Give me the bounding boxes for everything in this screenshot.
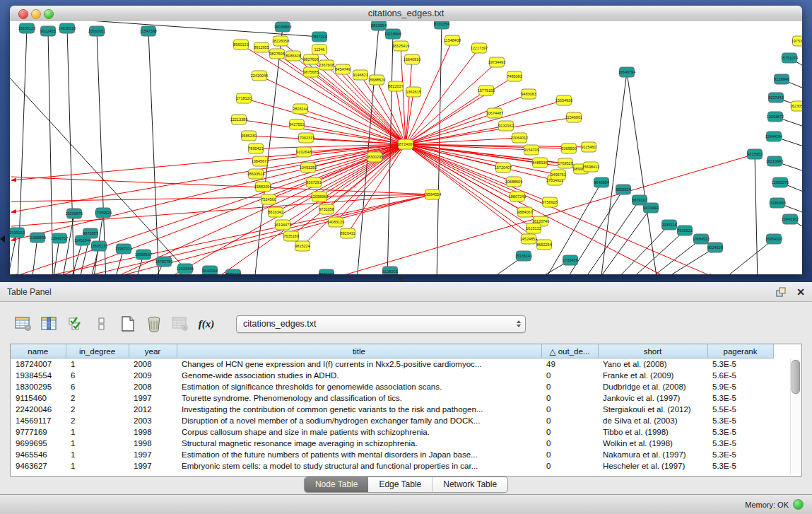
- graph-node[interactable]: 1615132: [526, 223, 541, 233]
- graph-node[interactable]: 1769520: [558, 158, 572, 168]
- graph-node[interactable]: 9815224: [295, 241, 310, 251]
- graph-node[interactable]: 16782759: [155, 257, 172, 267]
- graph-node[interactable]: 8485936: [532, 158, 547, 168]
- graph-edge[interactable]: [62, 214, 74, 274]
- graph-edge[interactable]: [259, 76, 406, 144]
- graph-node[interactable]: 19218906: [384, 29, 401, 39]
- graph-node[interactable]: 16640910: [404, 54, 420, 64]
- graph-node[interactable]: 12217397: [471, 43, 488, 53]
- graph-node[interactable]: 9102648: [296, 147, 311, 157]
- graph-edge[interactable]: [647, 239, 701, 274]
- table-row[interactable]: 946362711997Embryonic stem cells: a mode…: [11, 460, 773, 472]
- table-settings-icon[interactable]: [14, 315, 33, 333]
- column-header-year[interactable]: year: [129, 344, 177, 358]
- graph-node[interactable]: 9495751: [551, 170, 565, 180]
- graph-node[interactable]: 8580231: [319, 269, 334, 274]
- graph-node[interactable]: 15054930: [555, 95, 572, 105]
- table-selector-dropdown[interactable]: citations_edges.txt: [236, 315, 526, 333]
- select-all-rows-icon[interactable]: [66, 315, 85, 333]
- column-header-title[interactable]: title: [177, 344, 541, 358]
- graph-edge[interactable]: [755, 154, 758, 274]
- graph-node[interactable]: 10943162: [782, 214, 799, 224]
- graph-node[interactable]: 10493250: [300, 163, 317, 173]
- graph-node[interactable]: 9483083: [521, 89, 536, 99]
- graph-node[interactable]: 15136141: [515, 251, 532, 261]
- graph-node[interactable]: 8813054: [371, 21, 386, 30]
- graph-node[interactable]: 12923446: [177, 264, 194, 274]
- graph-edge[interactable]: [148, 31, 159, 274]
- graph-node[interactable]: 7895421: [248, 144, 263, 153]
- zoom-window-button[interactable]: [44, 9, 54, 19]
- graph-node[interactable]: 15751074: [781, 53, 798, 63]
- show-columns-icon[interactable]: [40, 315, 59, 333]
- graph-node[interactable]: 9146821: [353, 70, 367, 80]
- graph-node[interactable]: 9975887: [83, 228, 98, 238]
- graph-node[interactable]: 10688609: [505, 177, 522, 187]
- graph-edge[interactable]: [721, 239, 774, 274]
- graph-node[interactable]: 9827508: [269, 49, 284, 59]
- graph-node[interactable]: 15688520: [368, 75, 385, 85]
- graph-node[interactable]: 10958167: [135, 250, 152, 259]
- tab-network-table[interactable]: Network Table: [432, 477, 507, 492]
- graph-node[interactable]: 20206576: [66, 209, 83, 218]
- graph-node[interactable]: 10674487: [486, 108, 503, 118]
- column-header-name[interactable]: name: [11, 344, 66, 358]
- close-window-button[interactable]: [18, 9, 28, 19]
- table-row[interactable]: 1830029562008Estimation of significance …: [11, 381, 773, 392]
- graph-node[interactable]: 2367608: [319, 60, 334, 70]
- graph-node[interactable]: 9129946: [774, 74, 789, 84]
- graph-node[interactable]: 8024509: [707, 243, 722, 252]
- graph-node[interactable]: 9369500: [561, 144, 576, 153]
- graph-edge[interactable]: [11, 177, 433, 194]
- graph-node[interactable]: 9756928: [542, 197, 557, 207]
- graph-node[interactable]: 15720407: [495, 163, 512, 173]
- graph-node[interactable]: 12058363: [311, 192, 328, 201]
- graph-node[interactable]: 8454749: [335, 64, 350, 74]
- graph-node[interactable]: 12444194: [765, 132, 782, 141]
- graph-node[interactable]: 8186328: [286, 51, 300, 61]
- graph-node[interactable]: 9215953: [747, 149, 762, 159]
- graph-node[interactable]: 11547388: [140, 26, 157, 36]
- graph-node[interactable]: 16210643: [766, 156, 783, 166]
- close-panel-icon[interactable]: ✕: [796, 287, 805, 297]
- graph-node[interactable]: 16605123: [18, 23, 35, 33]
- graph-node[interactable]: 9586230: [241, 131, 256, 141]
- graph-node[interactable]: 9339159: [10, 228, 25, 238]
- table-row[interactable]: 911546021997Tourette syndrome. Phenomeno…: [11, 392, 773, 404]
- graph-node[interactable]: 9731058: [319, 204, 334, 214]
- graph-node[interactable]: 9640954: [594, 177, 608, 187]
- graph-node[interactable]: 11548408: [444, 35, 461, 45]
- graph-edge[interactable]: [67, 28, 74, 274]
- graph-node[interactable]: 12652075: [772, 177, 789, 187]
- graph-edge[interactable]: [406, 113, 495, 144]
- graph-node[interactable]: 8367291: [306, 177, 321, 187]
- table-row[interactable]: 969969511998Structural magnetic resonanc…: [11, 438, 773, 449]
- graph-node[interactable]: 19584554: [424, 189, 441, 199]
- graph-node[interactable]: 18807243: [509, 192, 526, 201]
- graph-node[interactable]: 8960123: [233, 40, 248, 49]
- float-window-icon[interactable]: [775, 286, 787, 298]
- graph-node[interactable]: 9132162: [498, 121, 513, 131]
- graph-node[interactable]: 9012455: [40, 26, 55, 36]
- graph-edge[interactable]: [615, 225, 669, 274]
- graph-node[interactable]: 15775155: [478, 86, 495, 95]
- graph-node[interactable]: 18300295: [366, 152, 383, 162]
- graph-edge[interactable]: [406, 100, 564, 144]
- graph-node[interactable]: 13942757: [51, 233, 68, 243]
- graph-node[interactable]: 16648794: [618, 67, 635, 77]
- graph-node[interactable]: 8816342: [268, 207, 283, 217]
- graph-node[interactable]: 9115460: [581, 142, 596, 152]
- graph-node[interactable]: 8822037: [388, 81, 403, 91]
- graph-node[interactable]: 18325419: [392, 41, 409, 51]
- graph-node[interactable]: 8958924: [616, 185, 630, 194]
- graph-node[interactable]: 17062315: [298, 133, 314, 143]
- graph-node[interactable]: 22420046: [251, 71, 268, 81]
- graph-edge[interactable]: [10, 233, 17, 274]
- graph-node[interactable]: 8138205: [382, 267, 397, 274]
- row-height-icon[interactable]: [93, 315, 111, 333]
- graph-node[interactable]: 19753381: [792, 36, 802, 46]
- graph-node[interactable]: 15882094: [254, 182, 271, 192]
- graph-node[interactable]: 9884067: [517, 207, 532, 217]
- tab-node-table[interactable]: Node Table: [305, 477, 369, 492]
- graph-node[interactable]: 11546: [312, 45, 327, 54]
